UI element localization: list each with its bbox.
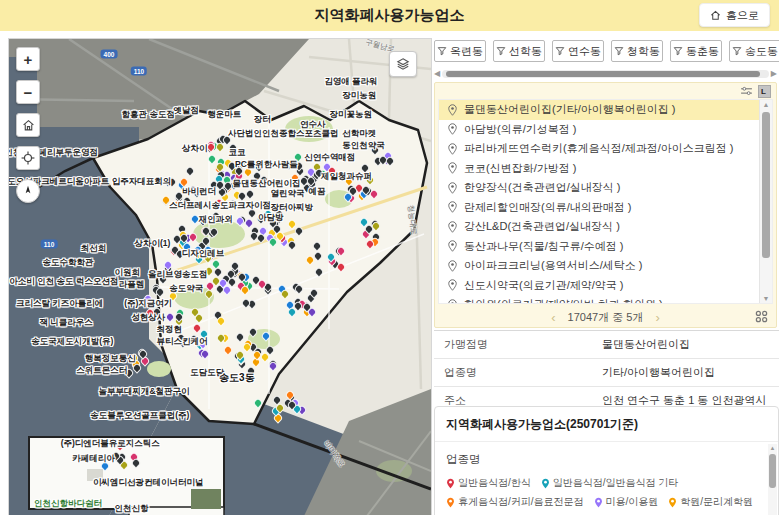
district-tab[interactable]: 동춘동 (670, 40, 722, 62)
list-item-label: 신도시약국(의료기관/제약/약국 ) (464, 278, 624, 293)
grid-dots-icon[interactable] (754, 309, 769, 324)
prev-page-icon[interactable]: ‹ (551, 310, 555, 325)
list-scrollbar[interactable]: ▲ ▼ (759, 100, 772, 303)
pin-icon (448, 104, 457, 116)
district-tab[interactable]: 선학동 (493, 40, 545, 62)
map-pin[interactable] (280, 289, 291, 300)
map-pin[interactable] (314, 266, 325, 277)
district-tab-label: 선학동 (509, 44, 542, 59)
filter-settings-icon[interactable] (740, 86, 753, 97)
filter-funnel-icon (614, 46, 624, 56)
district-tab[interactable]: 연수동 (552, 40, 604, 62)
map-pin[interactable] (260, 331, 271, 342)
home-button-label: 홈으로 (726, 8, 759, 23)
map-home-button[interactable] (16, 113, 40, 137)
map-place-label: 제일청과슈퍼 (321, 171, 372, 183)
map-place-label: 열린약국 (271, 188, 305, 200)
map-place-label: 송도국제도시개발(유) (31, 336, 113, 348)
vscroll-thumb[interactable] (762, 112, 770, 258)
district-tabs: 옥련동 선학동 연수동 청학동 (434, 40, 779, 63)
next-page-icon[interactable]: › (655, 310, 659, 325)
list-item-label: 아담방(의류/기성복점 ) (464, 122, 576, 137)
list-item[interactable]: 물댄동산어린이집(기타/아이행복어린이집 ) (439, 100, 760, 120)
list-item[interactable]: 한의원(의료기관/제약/일반 치과 한의원 ) (439, 295, 760, 304)
map-canvas[interactable]: 400110110구월남로청능대로바다쪽로함흥관 송도점옛날점행운마트장터연수사… (8, 38, 432, 515)
scroll-right-icon[interactable]: ▶ (771, 70, 777, 78)
legend-pin-icon (594, 497, 603, 508)
map-place-label: 송도블루오션골프클럽(주) (90, 410, 189, 422)
map-pin[interactable] (244, 189, 255, 200)
map-place-label: 스더프레시송도파크자이점 (169, 200, 271, 212)
map-pin[interactable] (311, 241, 322, 252)
list-item-label: 란제리할인매장(의류/내의판매점 ) (464, 200, 631, 215)
map-place-label: 잭 니클라우스 (39, 317, 92, 329)
list-item-label: 코코(신변잡화/가방점 ) (464, 161, 576, 176)
district-tab[interactable]: 옥련동 (434, 40, 486, 62)
map-place-label: 아담방 (258, 212, 284, 224)
map-place-label: 선학마켓 (342, 128, 376, 140)
legend-item-label: 학원/문리계학원 (680, 495, 753, 509)
hscroll-track[interactable] (442, 70, 769, 78)
map-place-label: 함흥관 송도점 (122, 109, 175, 121)
locate-button[interactable] (16, 146, 40, 170)
zoom-out-button[interactable]: − (16, 80, 40, 104)
map-place-label: 김영애 플라워 (324, 76, 377, 88)
legend-scroll-thumb[interactable] (769, 454, 776, 488)
district-tab[interactable]: 청학동 (611, 40, 663, 62)
map-place-label: 크리스탈 키즈아틀리에 (16, 298, 103, 310)
district-tab-label: 연수동 (568, 44, 601, 59)
highway-shield: 110 (41, 240, 58, 249)
scroll-left-icon[interactable]: ◀ (434, 70, 440, 78)
map-pin[interactable] (252, 397, 263, 408)
map-pin[interactable] (155, 287, 166, 298)
list-item[interactable]: 아담방(의류/기성복점 ) (439, 120, 760, 140)
home-button[interactable]: 홈으로 (699, 3, 770, 27)
map-place-label: 재인과외 (199, 214, 233, 226)
scroll-down-icon[interactable]: ▼ (760, 295, 772, 302)
map-pin[interactable] (184, 165, 195, 176)
pin-icon (448, 240, 457, 252)
road-label: 청능대로 (405, 205, 419, 236)
list-item[interactable]: 아이파크크리닝(용역서비스/세탁소 ) (439, 256, 760, 276)
legend-scroll-up-icon[interactable]: ▲ (768, 445, 777, 451)
map-overlay: 400110110구월남로청능대로바다쪽로함흥관 송도점옛날점행운마트장터연수사… (9, 39, 431, 515)
pin-icon (448, 162, 457, 174)
map-pin[interactable] (247, 326, 258, 337)
compass-button[interactable] (16, 179, 40, 203)
list-item[interactable]: 파리바게뜨연수럭키(휴게음식점/제과점/아이스크림점 ) (439, 139, 760, 159)
horizontal-scrollbar[interactable]: ◀ ▶ (434, 69, 777, 79)
map-place-label: 카페테리아 (72, 453, 115, 465)
map-pin[interactable] (203, 288, 214, 299)
list-item[interactable]: 란제리할인매장(의류/내의판매점 ) (439, 198, 760, 218)
scroll-up-icon[interactable]: ▲ (760, 101, 772, 108)
list-item[interactable]: 한양장식(건축관련업/실내장식 ) (439, 178, 760, 198)
filter-funnel-icon (732, 46, 742, 56)
app-header: 지역화폐사용가능업소 홈으로 (0, 0, 779, 31)
map-place-label: 인천신항 (114, 503, 148, 515)
legend-items: 일반음식점/한식 일반음식점/일반음식점 기타 (446, 476, 762, 515)
pin-icon (448, 182, 457, 194)
pin-icon (448, 143, 457, 155)
list-item[interactable]: 동산과나무(직물/침구류/수예점 ) (439, 237, 760, 257)
legend-scrollbar[interactable]: ▲ (768, 444, 777, 515)
district-tab[interactable]: 송도동 (729, 40, 779, 62)
zoom-in-button[interactable]: + (16, 47, 40, 71)
district-tab-label: 송도동 (745, 44, 778, 59)
list-item[interactable]: 강산L&D(건축관련업/실내장식 ) (439, 217, 760, 237)
list-item[interactable]: 신도시약국(의료기관/제약/약국 ) (439, 276, 760, 296)
expand-corner-button[interactable]: L (758, 85, 771, 98)
result-list-panel: L 물댄동산어린이집(기타/아이행복어린이집 ) (434, 82, 777, 328)
map-pin[interactable] (287, 240, 298, 251)
map-pin[interactable] (336, 261, 347, 272)
map-place-label: 송도3동 (219, 371, 255, 385)
layers-button[interactable] (389, 51, 417, 77)
list-item[interactable]: 코코(신변잡화/가방점 ) (439, 159, 760, 179)
map-place-label: 옛날점 (173, 105, 199, 117)
map-place-label: 동인천약국 (342, 140, 385, 152)
map-place-label: 신연수역매점 (304, 152, 355, 164)
map-place-label: 바비런더 (182, 186, 216, 198)
detail-row: 업종명 기타/아이행복어린이집 (434, 359, 779, 387)
legend-item: 일반음식점/한식 (446, 476, 531, 490)
hscroll-thumb[interactable] (446, 71, 760, 77)
map-pin[interactable] (222, 344, 233, 355)
